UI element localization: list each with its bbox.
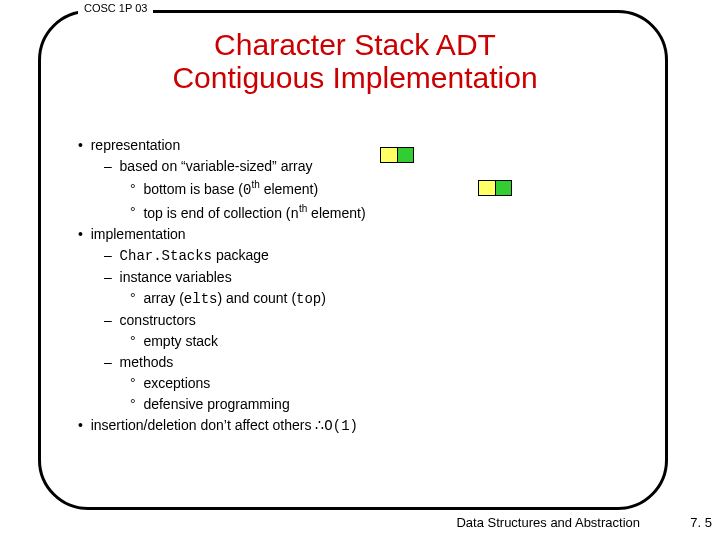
text: ) [321,290,326,306]
sup-th: th [251,179,259,190]
bullet-implementation: implementation Char.Stacks package insta… [78,224,638,415]
text: implementation [91,226,186,242]
text: representation [91,137,181,153]
text: insertion/deletion don’t affect others [91,417,316,433]
bullet-array-count: array (elts) and count (top) [130,288,638,310]
bullet-exceptions: exceptions [130,373,638,394]
code-n: n [290,205,298,221]
bullet-constructors: constructors empty stack [104,310,638,352]
bullet-empty-stack: empty stack [130,331,638,352]
text: array ( [143,290,183,306]
code-elts: elts [184,291,218,307]
text: element) [307,204,365,220]
text: empty stack [143,333,218,349]
bullet-instance-variables: instance variables array (elts) and coun… [104,267,638,310]
code-top: top [296,291,321,307]
text: exceptions [143,375,210,391]
bullet-charstacks-package: Char.Stacks package [104,245,638,267]
bullet-insertion-deletion: insertion/deletion don’t affect others ∴… [78,415,638,437]
text: ) and count ( [217,290,296,306]
bullet-top-end: top is end of collection (nth element) [130,201,638,225]
footer-text: Data Structures and Abstraction [456,515,640,530]
bullet-bottom-base: bottom is base (0th element) [130,177,638,201]
slide-title: Character Stack ADT Contiguous Implement… [60,28,650,94]
course-code: COSC 1P 03 [78,2,153,14]
text: element) [260,181,318,197]
bullet-methods: methods exceptions defensive programming [104,352,638,415]
text: methods [120,354,174,370]
text: defensive programming [143,396,289,412]
bullet-variable-sized-array: based on “variable-sized” array bottom i… [104,156,638,224]
page-number: 7. 5 [690,515,712,530]
slide-body: representation based on “variable-sized”… [78,135,638,437]
bullet-representation: representation based on “variable-sized”… [78,135,638,224]
text: instance variables [120,269,232,285]
sup-th: th [299,203,307,214]
title-line-1: Character Stack ADT [214,28,496,61]
text: package [212,247,269,263]
code-o1: O(1) [324,418,358,434]
text: based on “variable-sized” array [120,158,313,174]
bullet-defensive-programming: defensive programming [130,394,638,415]
code-charstacks: Char.Stacks [120,248,212,264]
title-line-2: Contiguous Implementation [172,61,537,94]
therefore-symbol: ∴ [315,417,324,433]
text: top is end of collection ( [143,204,290,220]
text: constructors [120,312,196,328]
text: bottom is base ( [143,181,243,197]
